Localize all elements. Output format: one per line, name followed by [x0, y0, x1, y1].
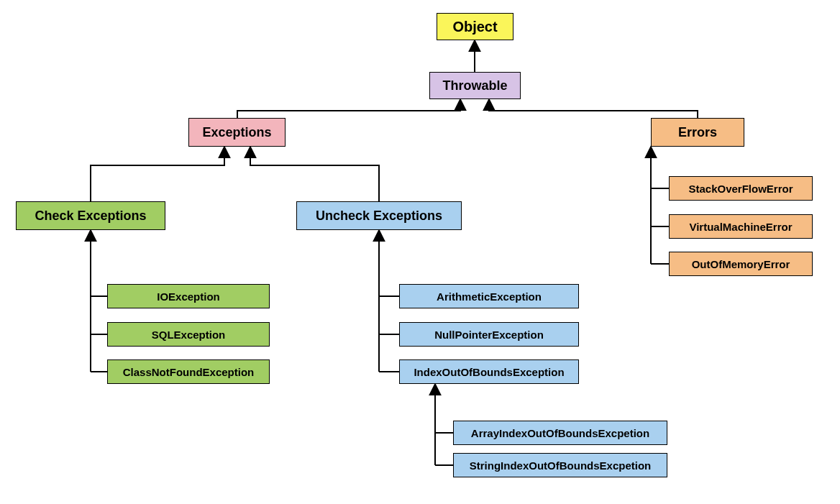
node-arithmeticexception: ArithmeticException: [399, 284, 579, 308]
node-stackoverflowerror: StackOverFlowError: [669, 176, 813, 201]
node-label: IndexOutOfBoundsException: [414, 366, 564, 378]
node-label: NullPointerException: [434, 329, 544, 341]
node-outofmemoryerror: OutOfMemoryError: [669, 252, 813, 276]
node-sqlexception: SQLException: [107, 322, 270, 347]
node-virtualmachineerror: VirtualMachineError: [669, 214, 813, 239]
node-label: OutOfMemoryError: [692, 258, 790, 270]
node-label: ArithmeticException: [437, 290, 542, 303]
node-stringindexoutofbounds: StringIndexOutOfBoundsExcpetion: [453, 453, 667, 477]
diagram-canvas: Object Throwable Exceptions Errors Check…: [0, 0, 840, 504]
node-uncheck-exceptions: Uncheck Exceptions: [296, 201, 462, 230]
node-label: Exceptions: [202, 125, 271, 140]
node-label: ArrayIndexOutOfBoundsExcpetion: [471, 427, 649, 439]
node-label: Throwable: [442, 78, 507, 93]
node-label: VirtualMachineError: [689, 221, 792, 233]
node-label: Check Exceptions: [35, 209, 146, 224]
node-ioexception: IOException: [107, 284, 270, 308]
node-throwable: Throwable: [429, 72, 521, 99]
node-label: SQLException: [152, 329, 226, 341]
node-label: ClassNotFoundException: [123, 366, 255, 378]
node-nullpointerexception: NullPointerException: [399, 322, 579, 347]
node-label: Errors: [678, 125, 717, 140]
node-classnotfoundexception: ClassNotFoundException: [107, 359, 270, 384]
node-errors: Errors: [651, 118, 744, 147]
node-object: Object: [437, 13, 513, 40]
node-label: StackOverFlowError: [688, 183, 793, 195]
node-exceptions: Exceptions: [188, 118, 286, 147]
node-label: Uncheck Exceptions: [316, 209, 442, 224]
node-arrayindexoutofbounds: ArrayIndexOutOfBoundsExcpetion: [453, 421, 667, 445]
node-indexoutofbounds: IndexOutOfBoundsException: [399, 359, 579, 384]
node-label: Object: [452, 19, 497, 35]
node-check-exceptions: Check Exceptions: [16, 201, 165, 230]
node-label: StringIndexOutOfBoundsExcpetion: [470, 459, 652, 472]
node-label: IOException: [157, 290, 220, 303]
